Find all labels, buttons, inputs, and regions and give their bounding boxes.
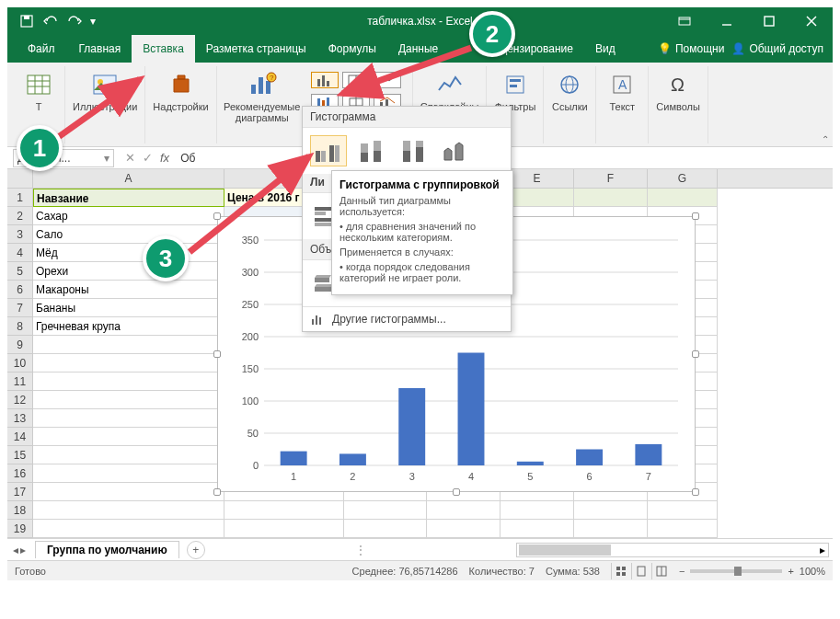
recommended-charts-button[interactable]: ? Рекомендуемые диаграммы	[221, 68, 304, 125]
group-addins: Надстройки	[145, 66, 216, 143]
row-header[interactable]: 17	[7, 483, 33, 501]
maximize-icon[interactable]	[748, 8, 790, 34]
cell[interactable]	[33, 428, 224, 446]
svg-text:?: ?	[270, 74, 274, 82]
ribbon-display-icon[interactable]	[663, 8, 706, 34]
cell[interactable]	[33, 483, 224, 501]
text-button[interactable]: A Текст	[600, 68, 644, 114]
chart-type-tooltip: Гистограмма с группировкой Данный тип ди…	[331, 170, 513, 295]
svg-rect-15	[251, 85, 256, 94]
svg-text:A: A	[618, 77, 627, 92]
row-header[interactable]: 2	[7, 207, 33, 225]
collapse-ribbon-icon[interactable]: ⌃	[822, 134, 829, 144]
cell[interactable]	[501, 520, 574, 538]
svg-rect-84	[403, 151, 410, 162]
row-header[interactable]: 14	[7, 428, 33, 446]
3d-column-option[interactable]	[437, 135, 474, 166]
svg-rect-17	[266, 81, 270, 94]
cell[interactable]	[574, 520, 648, 538]
svg-rect-22	[327, 81, 329, 86]
cell[interactable]	[574, 189, 648, 207]
row-header[interactable]: 13	[7, 409, 33, 428]
svg-rect-73	[635, 444, 662, 465]
row-header[interactable]: 5	[7, 262, 33, 281]
cell[interactable]	[33, 520, 224, 538]
row-header[interactable]: 19	[7, 520, 33, 538]
cell[interactable]	[648, 520, 718, 538]
row-header[interactable]: 12	[7, 391, 33, 409]
step-badge-1: 1	[17, 125, 63, 171]
cell[interactable]	[33, 336, 224, 354]
omega-icon: Ω	[663, 70, 693, 99]
svg-rect-16	[259, 77, 263, 94]
row-header[interactable]: 6	[7, 281, 33, 299]
title-bar: ▾ табличка.xlsx - Excel	[7, 7, 833, 35]
row-header[interactable]: 15	[7, 446, 33, 464]
svg-rect-1	[24, 16, 29, 19]
row-header[interactable]: 7	[7, 299, 33, 317]
svg-line-112	[57, 79, 140, 138]
horizontal-scrollbar[interactable]: ◂ ▸	[516, 543, 829, 557]
cell[interactable]	[501, 501, 574, 520]
cell[interactable]: Макароны	[33, 281, 224, 299]
dd-title-histogram: Гистограмма	[303, 107, 511, 128]
row-header[interactable]: 16	[7, 464, 33, 483]
close-icon[interactable]	[790, 8, 833, 34]
stacked-column-option[interactable]	[352, 135, 389, 166]
cell[interactable]: Гречневая крупа	[33, 317, 224, 336]
cell[interactable]	[427, 501, 501, 520]
stacked100-column-option[interactable]	[395, 135, 432, 166]
cell[interactable]	[344, 520, 427, 538]
save-icon[interactable]	[15, 8, 39, 34]
scrollbar-thumb[interactable]	[519, 544, 611, 556]
cell[interactable]	[427, 520, 501, 538]
arrow-1	[50, 72, 151, 145]
row-header[interactable]: 18	[7, 501, 33, 520]
cell[interactable]	[33, 446, 224, 464]
cell[interactable]	[574, 501, 648, 520]
svg-text:5: 5	[527, 471, 533, 482]
redo-icon[interactable]	[63, 8, 86, 34]
cell[interactable]	[224, 501, 344, 520]
cell[interactable]	[224, 520, 344, 538]
undo-icon[interactable]	[39, 8, 63, 34]
svg-rect-76	[321, 151, 326, 162]
cell[interactable]	[33, 464, 224, 483]
arrow-2	[333, 40, 480, 105]
arrow-3	[182, 149, 320, 259]
cell[interactable]	[33, 373, 224, 391]
svg-rect-65	[398, 388, 425, 465]
cell[interactable]	[648, 189, 718, 207]
step-badge-2: 2	[469, 11, 515, 57]
cell[interactable]	[648, 501, 718, 520]
row-header[interactable]: 11	[7, 373, 33, 391]
svg-rect-27	[327, 97, 329, 106]
row-header[interactable]: 4	[7, 244, 33, 262]
row-header[interactable]: 10	[7, 354, 33, 373]
cell[interactable]	[344, 501, 427, 520]
svg-rect-78	[335, 145, 339, 162]
svg-rect-38	[510, 85, 517, 87]
minimize-icon[interactable]	[706, 8, 748, 34]
cell[interactable]: Бананы	[33, 299, 224, 317]
links-button[interactable]: Ссылки	[547, 68, 592, 114]
store-icon	[167, 70, 196, 99]
svg-text:250: 250	[242, 299, 259, 310]
cell[interactable]	[33, 391, 224, 409]
quick-access-toolbar: ▾	[7, 8, 99, 34]
cell[interactable]	[33, 409, 224, 428]
addins-button[interactable]: Надстройки	[149, 68, 212, 114]
cell[interactable]: Орехи	[33, 262, 224, 281]
svg-text:3: 3	[409, 471, 415, 482]
more-column-charts[interactable]: Другие гистограммы...	[303, 306, 511, 331]
row-header[interactable]: 9	[7, 336, 33, 354]
cell[interactable]	[33, 501, 224, 520]
cell[interactable]	[33, 354, 224, 373]
qat-customize-icon[interactable]: ▾	[86, 8, 99, 34]
row-header[interactable]: 8	[7, 317, 33, 336]
row-header[interactable]: 1	[7, 189, 33, 207]
symbols-button[interactable]: Ω Символы	[652, 68, 704, 114]
svg-rect-20	[317, 79, 320, 86]
zoom-slider[interactable]	[690, 569, 782, 573]
row-header[interactable]: 3	[7, 225, 33, 244]
